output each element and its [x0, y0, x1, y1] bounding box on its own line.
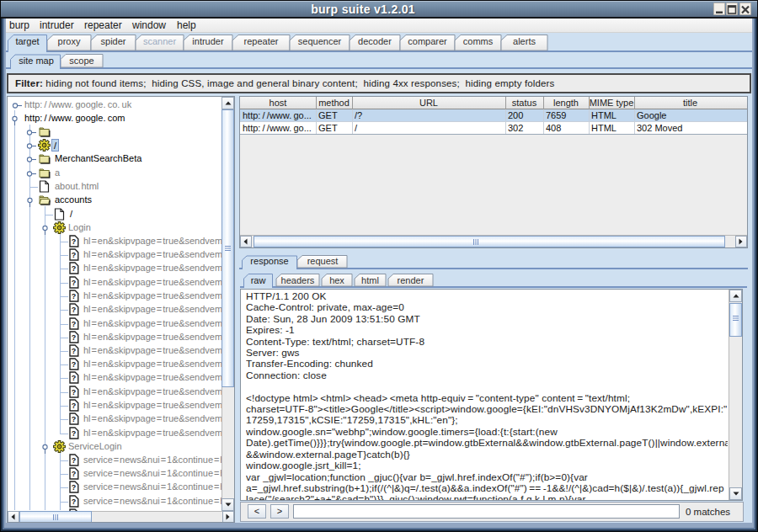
svg-text:?: ? — [72, 292, 77, 301]
svg-text:repeater: repeater — [244, 36, 279, 46]
svg-text:site map: site map — [19, 56, 54, 66]
svg-text:render: render — [398, 275, 424, 285]
svg-text:?: ? — [72, 374, 77, 382]
svg-text:hex: hex — [329, 275, 344, 285]
svg-text:request: request — [307, 256, 339, 266]
svg-text:spider: spider — [101, 36, 126, 46]
svg-text:?: ? — [72, 497, 77, 506]
svg-text:?: ? — [72, 402, 77, 410]
svg-text:intruder: intruder — [192, 36, 224, 46]
svg-text:alerts: alerts — [513, 36, 536, 46]
svg-text:proxy: proxy — [58, 36, 81, 46]
svg-text:sequencer: sequencer — [298, 36, 342, 46]
svg-text:?: ? — [72, 279, 77, 287]
svg-text:html: html — [361, 275, 379, 285]
svg-text:comms: comms — [463, 36, 494, 46]
svg-text:?: ? — [72, 360, 77, 369]
svg-text:decoder: decoder — [358, 36, 392, 46]
svg-text:target: target — [15, 36, 39, 46]
svg-text:?: ? — [72, 415, 77, 423]
svg-text:scanner: scanner — [143, 36, 176, 46]
svg-text:?: ? — [72, 237, 77, 246]
svg-text:?: ? — [72, 429, 77, 438]
svg-text:scope: scope — [69, 56, 93, 66]
svg-text:?: ? — [72, 306, 77, 314]
svg-text:?: ? — [72, 483, 77, 492]
svg-text:raw: raw — [251, 275, 266, 285]
svg-text:?: ? — [72, 456, 77, 465]
svg-text:comparer: comparer — [408, 36, 447, 46]
svg-text:?: ? — [72, 347, 77, 355]
svg-text:?: ? — [72, 470, 77, 478]
svg-text:response: response — [250, 256, 288, 266]
svg-text:?: ? — [72, 320, 77, 328]
svg-text:?: ? — [72, 264, 77, 273]
svg-text:?: ? — [72, 251, 77, 259]
svg-text:?: ? — [72, 388, 77, 396]
svg-text:headers: headers — [281, 275, 315, 285]
svg-text:?: ? — [72, 333, 77, 342]
